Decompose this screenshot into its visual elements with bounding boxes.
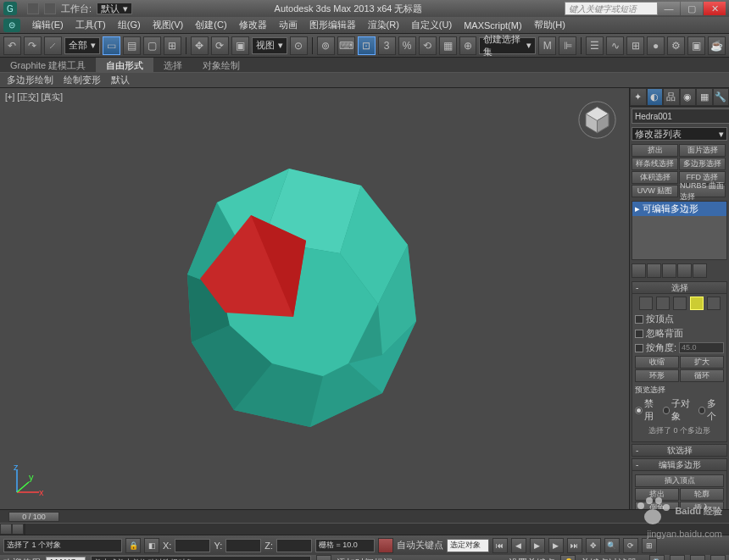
help-search[interactable]: 键入关键字或短语 <box>565 2 658 15</box>
snap-toggle[interactable]: ⊡ <box>358 36 376 55</box>
autokey-button[interactable] <box>378 538 393 553</box>
menu-render[interactable]: 渲染(R) <box>363 17 404 33</box>
play-button[interactable]: ▶ <box>530 538 545 553</box>
hedra-mesh[interactable] <box>0 88 629 509</box>
layers-button[interactable]: ☰ <box>586 36 604 55</box>
ref-coord-combo[interactable]: 视图▾ <box>252 37 287 54</box>
stack-editable-poly[interactable]: ▸可编辑多边形 <box>632 202 726 216</box>
render-button[interactable]: ☕ <box>708 36 726 55</box>
rollout-softsel-hdr[interactable]: 软选择 <box>632 444 727 457</box>
edged-faces-icon[interactable]: ▦ <box>439 36 457 55</box>
viewport-label[interactable]: [+] [正交] [真实] <box>5 91 63 103</box>
cmdtab-display[interactable]: ▦ <box>696 88 713 106</box>
chk-byangle[interactable] <box>635 344 643 352</box>
track-filter-icon[interactable] <box>0 524 12 535</box>
coord-y-field[interactable] <box>225 539 261 552</box>
ribbon-tab-objpaint[interactable]: 对象绘制 <box>192 58 250 72</box>
add-time-tag[interactable]: 添加时间标记 <box>337 557 392 561</box>
modbtn-nurbssel[interactable]: NURBS 曲面选择 <box>679 185 726 197</box>
nav-zoom-icon[interactable]: 🔍 <box>604 538 620 553</box>
autokey-label[interactable]: 自动关键点 <box>397 539 443 552</box>
angle-snap-icon[interactable]: 3 <box>378 36 396 55</box>
named-selset-combo[interactable]: 创建选择集▾ <box>479 37 536 54</box>
radio-subobj[interactable] <box>663 407 670 414</box>
menu-view[interactable]: 视图(V) <box>147 17 189 33</box>
subobj-element[interactable] <box>707 297 721 310</box>
menu-modifiers[interactable]: 修改器 <box>234 17 272 33</box>
app-menu-icon[interactable]: ⊝ <box>3 19 20 32</box>
key-filter[interactable]: 选定对象 <box>447 539 489 552</box>
modifier-stack[interactable]: ▸可编辑多边形 <box>632 201 727 260</box>
percent-snap-icon[interactable]: % <box>398 36 416 55</box>
modbtn-extrude[interactable]: 挤出 <box>632 144 678 157</box>
setkey-button[interactable]: 🔑 <box>560 555 576 560</box>
angle-spinner[interactable]: 45.0 <box>679 342 724 353</box>
coord-x-field[interactable] <box>175 539 210 552</box>
subobj-polygon[interactable] <box>690 297 704 310</box>
menu-edit[interactable]: 编辑(E) <box>27 17 69 33</box>
nav-max-icon[interactable]: ⊞ <box>642 538 657 553</box>
btn-shrink[interactable]: 收缩 <box>635 356 679 369</box>
btn-inset[interactable]: 插入 <box>680 502 724 509</box>
cmdtab-motion[interactable]: ◉ <box>680 88 697 106</box>
viewcube[interactable] <box>578 101 616 139</box>
play-start-icon[interactable]: ⏮ <box>492 538 508 553</box>
ribbon-sub-default[interactable]: 默认 <box>111 74 130 86</box>
time-slider-bar[interactable]: 0 / 100 <box>0 509 729 523</box>
nav-zoom2-icon[interactable]: 🔍 <box>649 555 665 560</box>
keyboard-shortcut-icon[interactable]: ⌨ <box>337 36 355 55</box>
select-button[interactable]: ▭ <box>103 36 120 55</box>
modbtn-patchsel[interactable]: 面片选择 <box>679 144 726 157</box>
comm-center-icon[interactable]: ⊕ <box>316 555 331 560</box>
selection-filter-combo[interactable]: 全部▾ <box>64 37 100 54</box>
qat-redo[interactable] <box>44 3 56 14</box>
menu-maxscript[interactable]: MAXScript(M) <box>459 19 526 32</box>
subobj-vertex[interactable] <box>639 297 653 310</box>
workspace-combo[interactable]: 默认▾ <box>97 3 132 14</box>
menu-create[interactable]: 创建(C) <box>190 17 231 33</box>
ribbon-sub-paintdeform[interactable]: 绘制变形 <box>64 74 101 86</box>
maxscript-listener[interactable]: MAXSc <box>46 557 86 560</box>
modbtn-splinesel[interactable]: 样条线选择 <box>632 158 678 170</box>
curve-editor-button[interactable]: ∿ <box>606 36 624 55</box>
ribbon-tab-selection[interactable]: 选择 <box>153 58 192 72</box>
qat-undo[interactable] <box>27 3 39 14</box>
nav-all-icon[interactable]: ⊡ <box>710 555 726 560</box>
ribbon-tab-freeform[interactable]: 自由形式 <box>96 58 153 72</box>
cmdtab-hierarchy[interactable]: 品 <box>663 88 680 106</box>
radio-off[interactable] <box>635 407 643 414</box>
manipulate-button[interactable]: ⊚ <box>317 36 335 55</box>
chk-ignoreback[interactable] <box>635 330 643 338</box>
track-bar[interactable] <box>0 523 729 535</box>
menu-animation[interactable]: 动画 <box>274 17 303 33</box>
btn-outline[interactable]: 轮廓 <box>680 488 724 501</box>
stack-show[interactable] <box>647 263 661 278</box>
menu-customize[interactable]: 自定义(U) <box>406 17 457 33</box>
keyfilter-label[interactable]: 关键点过滤器... <box>581 557 644 561</box>
btn-extrude[interactable]: 挤出 <box>635 488 679 501</box>
nav-fov-icon[interactable]: ◐ <box>670 555 685 560</box>
btn-loop[interactable]: 循环 <box>680 369 724 382</box>
spinner-snap-icon[interactable]: ⟲ <box>419 36 437 55</box>
misc-tool-icon[interactable]: ⊕ <box>459 36 477 55</box>
btn-grow[interactable]: 扩大 <box>680 356 724 369</box>
pivot-button[interactable]: ⊙ <box>290 36 308 55</box>
menu-tools[interactable]: 工具(T) <box>70 17 111 33</box>
undo-button[interactable]: ↶ <box>3 36 21 55</box>
modbtn-uvwmap[interactable]: UVW 贴图 <box>632 185 678 197</box>
setkey-label[interactable]: 设置关键点 <box>509 557 555 561</box>
nav-orbit-icon[interactable]: ⟳ <box>623 538 638 553</box>
scale-button[interactable]: ▣ <box>231 36 249 55</box>
schematic-button[interactable]: ⊞ <box>626 36 644 55</box>
render-frame-button[interactable]: ▣ <box>687 36 705 55</box>
nav-pan-icon[interactable]: ✥ <box>586 538 601 553</box>
redo-button[interactable]: ↷ <box>24 36 42 55</box>
play-end-icon[interactable]: ⏭ <box>567 538 582 553</box>
render-setup-button[interactable]: ⚙ <box>667 36 685 55</box>
menu-group[interactable]: 组(G) <box>113 17 146 33</box>
maximize-button[interactable]: ▢ <box>681 2 703 15</box>
close-button[interactable]: ✕ <box>704 2 726 15</box>
ribbon-sub-polypaint[interactable]: 多边形绘制 <box>7 74 53 86</box>
btn-bevel[interactable]: 倒角 <box>635 502 679 509</box>
minimize-button[interactable]: — <box>658 2 680 15</box>
